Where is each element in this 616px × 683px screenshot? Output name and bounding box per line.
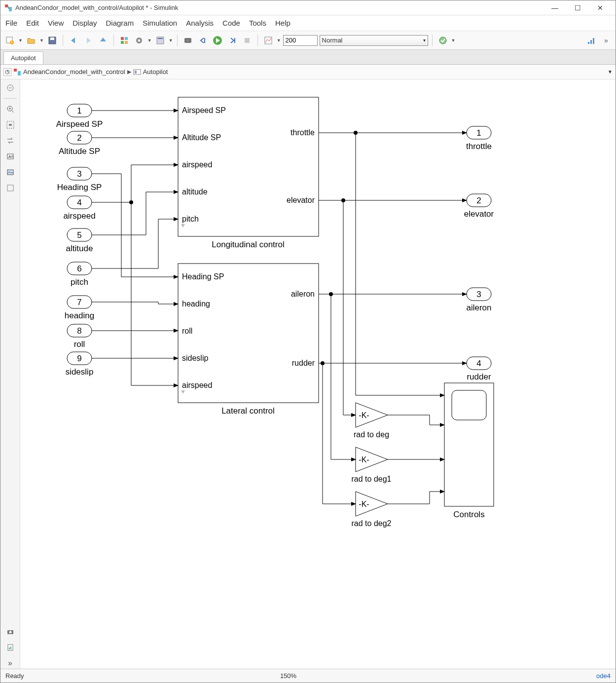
model-icon bbox=[13, 68, 21, 76]
port-label: elevator bbox=[287, 196, 315, 204]
inport-9[interactable]: 9 bbox=[67, 352, 92, 365]
step-forward-button[interactable] bbox=[226, 34, 239, 47]
menu-file[interactable]: File bbox=[5, 19, 17, 27]
outport-3[interactable]: 3 bbox=[467, 288, 491, 301]
maximize-button[interactable]: ☐ bbox=[566, 0, 589, 15]
swap-io-icon[interactable] bbox=[5, 135, 16, 146]
image-icon[interactable] bbox=[5, 167, 16, 178]
outport-2[interactable]: 2 bbox=[467, 194, 491, 207]
inport-7[interactable]: 7 bbox=[67, 296, 92, 308]
diagram-canvas[interactable]: Longitudinal control Airspeed SP Altitud… bbox=[20, 79, 616, 669]
build-button[interactable] bbox=[436, 34, 449, 47]
dropdown-caret-icon[interactable]: ▼ bbox=[18, 38, 23, 43]
fast-restart-button[interactable] bbox=[181, 34, 194, 47]
inport-8[interactable]: 8 bbox=[67, 324, 92, 337]
menu-analysis[interactable]: Analysis bbox=[186, 19, 214, 27]
inport-3[interactable]: 3 bbox=[67, 167, 92, 180]
svg-rect-14 bbox=[158, 38, 163, 39]
svg-point-21 bbox=[439, 37, 446, 44]
port-label: pitch bbox=[182, 215, 199, 223]
menu-display[interactable]: Display bbox=[72, 19, 97, 27]
status-zoom[interactable]: 150% bbox=[239, 672, 338, 680]
svg-rect-19 bbox=[245, 38, 250, 43]
save-button[interactable] bbox=[46, 34, 59, 47]
step-back-button[interactable] bbox=[196, 34, 209, 47]
gain-rad-to-deg[interactable]: -K- bbox=[356, 403, 388, 427]
inport-label: roll bbox=[74, 340, 85, 349]
menu-help[interactable]: Help bbox=[275, 19, 290, 27]
simulation-mode-select[interactable]: Normal ▾ bbox=[320, 35, 428, 46]
up-button[interactable] bbox=[97, 34, 109, 47]
dropdown-caret-icon[interactable]: ▼ bbox=[277, 38, 281, 43]
outport-label: elevator bbox=[464, 209, 494, 219]
inport-1[interactable]: 1 bbox=[67, 104, 92, 117]
inport-5[interactable]: 5 bbox=[67, 228, 92, 241]
screenshot-icon[interactable] bbox=[5, 626, 16, 637]
nav-out-button[interactable] bbox=[3, 68, 11, 76]
app-icon bbox=[4, 4, 12, 12]
svg-text:6: 6 bbox=[77, 264, 81, 273]
open-button[interactable] bbox=[25, 34, 37, 47]
svg-rect-27 bbox=[18, 71, 21, 76]
annotation-icon[interactable]: A≡ bbox=[5, 151, 16, 162]
back-button[interactable] bbox=[67, 34, 80, 47]
menu-diagram[interactable]: Diagram bbox=[106, 19, 134, 27]
tune-button[interactable] bbox=[585, 34, 598, 47]
menu-code[interactable]: Code bbox=[222, 19, 240, 27]
chevron-down-icon: ▾ bbox=[423, 38, 426, 43]
window: AndeanCondor_model_with_control/Autopilo… bbox=[0, 0, 616, 683]
gain-rad-to-deg2[interactable]: -K- bbox=[356, 492, 388, 516]
area-icon[interactable] bbox=[5, 183, 16, 193]
fit-view-icon[interactable] bbox=[5, 119, 16, 130]
model-explorer-button[interactable] bbox=[154, 34, 167, 47]
breadcrumb-root[interactable]: AndeanCondor_model_with_control bbox=[23, 68, 125, 76]
data-inspector-button[interactable] bbox=[262, 34, 275, 47]
outport-4[interactable]: 4 bbox=[467, 357, 491, 370]
inport-4[interactable]: 4 bbox=[67, 196, 92, 209]
inport-6[interactable]: 6 bbox=[67, 262, 92, 275]
outport-1[interactable]: 1 bbox=[467, 126, 491, 139]
dropdown-caret-icon[interactable]: ▼ bbox=[147, 38, 152, 43]
svg-rect-6 bbox=[50, 38, 54, 40]
model-report-icon[interactable] bbox=[5, 642, 16, 653]
svg-text:1: 1 bbox=[77, 106, 81, 115]
stop-time-input[interactable] bbox=[283, 35, 318, 46]
svg-rect-73 bbox=[452, 390, 486, 420]
run-button[interactable] bbox=[211, 34, 224, 47]
expand-icon[interactable]: » bbox=[5, 658, 16, 669]
menu-view[interactable]: View bbox=[48, 19, 64, 27]
new-model-button[interactable]: + bbox=[3, 34, 16, 47]
stop-button[interactable] bbox=[241, 34, 254, 47]
inport-2[interactable]: 2 bbox=[67, 131, 92, 144]
chevron-down-icon[interactable]: ▼ bbox=[608, 69, 613, 75]
dropdown-caret-icon[interactable]: ▼ bbox=[39, 38, 44, 43]
menu-simulation[interactable]: Simulation bbox=[143, 19, 177, 27]
dropdown-caret-icon[interactable]: ▼ bbox=[451, 38, 456, 43]
status-solver[interactable]: ode4 bbox=[571, 672, 611, 680]
close-button[interactable]: ✕ bbox=[589, 0, 612, 15]
gain-rad-to-deg1[interactable]: -K- bbox=[356, 447, 388, 472]
hide-browser-icon[interactable] bbox=[5, 82, 16, 93]
scope-label: Controls bbox=[453, 510, 484, 519]
svg-text:1: 1 bbox=[476, 128, 481, 138]
svg-text:3: 3 bbox=[476, 290, 481, 299]
dropdown-caret-icon[interactable]: ▼ bbox=[169, 38, 173, 43]
scope-controls[interactable] bbox=[444, 383, 494, 506]
inport-label: sideslip bbox=[66, 367, 94, 377]
minimize-button[interactable]: — bbox=[544, 0, 566, 15]
svg-text:4: 4 bbox=[476, 359, 481, 368]
toolbar: + ▼ ▼ ▼ ▼ ▼ Normal ▾ ▼ » bbox=[0, 31, 616, 50]
menu-tools[interactable]: Tools bbox=[249, 19, 266, 27]
breadcrumb-child[interactable]: Autopilot bbox=[143, 68, 168, 76]
gain-label: rad to deg bbox=[354, 430, 389, 439]
forward-button[interactable] bbox=[82, 34, 95, 47]
expand-right-icon[interactable]: » bbox=[600, 34, 613, 47]
svg-rect-0 bbox=[5, 4, 8, 7]
model-config-button[interactable] bbox=[133, 34, 145, 47]
svg-point-12 bbox=[138, 39, 140, 41]
zoom-icon[interactable] bbox=[5, 104, 16, 114]
tab-autopilot[interactable]: Autopilot bbox=[3, 51, 43, 64]
menu-edit[interactable]: Edit bbox=[26, 19, 39, 27]
library-browser-button[interactable] bbox=[118, 34, 131, 47]
port-label: Altitude SP bbox=[182, 133, 221, 142]
